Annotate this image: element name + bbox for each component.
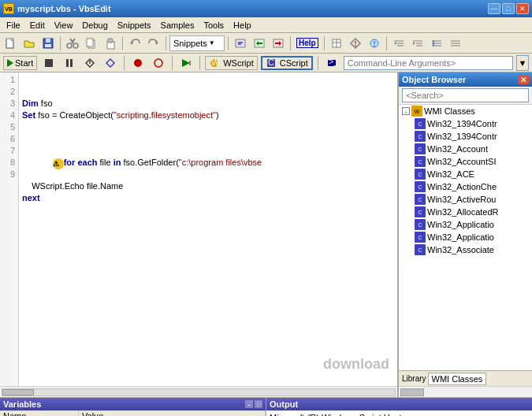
open-button[interactable]	[20, 35, 38, 52]
code-editor[interactable]: Dim fso Set fso = CreateObject("scriptin…	[19, 72, 397, 386]
step-into-button[interactable]	[81, 54, 99, 72]
breakpoint-button[interactable]	[129, 54, 147, 72]
var-header: Name Value	[0, 410, 266, 416]
snippets-arrow: ▼	[209, 39, 215, 46]
tb-btn5[interactable]	[232, 35, 249, 52]
svg-marker-38	[413, 42, 415, 45]
ob-hscroll-thumb[interactable]	[400, 388, 424, 396]
tree-item-2[interactable]: C Win32_Account	[399, 143, 532, 155]
outdent-button[interactable]	[409, 35, 426, 52]
new-button[interactable]	[2, 35, 19, 52]
item-label-1: Win32_1394Contr	[427, 132, 497, 141]
run-bar: Start W WScript C CScript >_ ▼	[0, 54, 532, 72]
menu-item-tools[interactable]: Tools	[199, 19, 229, 32]
code-line-7: ⚠for each file in fso.GetFolder("c:\prog…	[22, 145, 394, 180]
cmd-icon-button[interactable]: >_	[323, 54, 340, 72]
copy-button[interactable]	[83, 35, 100, 52]
tree-item-9[interactable]: C Win32_Applicatio	[399, 231, 532, 243]
var-col-value-header: Value	[79, 410, 266, 416]
item-label-3: Win32_AccountSI	[427, 157, 496, 166]
run-cursor-button[interactable]	[177, 54, 195, 72]
tree-item-7[interactable]: C Win32_AllocatedR	[399, 206, 532, 218]
tree-item-5[interactable]: C Win32_ActionChe	[399, 180, 532, 193]
indent-button[interactable]	[390, 35, 407, 52]
svg-marker-51	[106, 59, 114, 67]
tree-item-1[interactable]: C Win32_1394Contr	[399, 130, 532, 143]
code-line-2	[22, 86, 394, 98]
class-icon-8: C	[415, 219, 426, 230]
menu-item-file[interactable]: File	[2, 19, 25, 32]
ob-close-button[interactable]: ✕	[518, 75, 529, 84]
tb-btn6[interactable]	[251, 35, 268, 52]
title-bar-left: VB myscript.vbs - VbsEdit	[3, 3, 111, 14]
save-button[interactable]	[39, 35, 57, 52]
code-line-6	[22, 133, 394, 145]
tree-item-4[interactable]: C Win32_ACE	[399, 168, 532, 180]
uncomment-button[interactable]	[447, 35, 464, 52]
output-title-label: Output	[270, 399, 298, 409]
undo-button[interactable]	[126, 35, 143, 52]
svg-text:>_: >_	[329, 58, 337, 66]
comment-button[interactable]	[428, 35, 445, 52]
tree-item-3[interactable]: C Win32_AccountSI	[399, 155, 532, 168]
tree-item-8[interactable]: C Win32_Applicatio	[399, 218, 532, 231]
watermark: download	[323, 358, 389, 370]
paste-button[interactable]	[102, 35, 119, 52]
output-content[interactable]: Microsoft (R) Windows Script Host Copyri…	[266, 410, 532, 416]
tb-btn7[interactable]	[270, 35, 287, 52]
menu-item-samples[interactable]: Samples	[156, 19, 199, 32]
stop-button[interactable]	[40, 54, 58, 72]
clear-bp-button[interactable]	[150, 54, 167, 72]
minimize-button[interactable]: —	[488, 3, 500, 14]
ob-search-input[interactable]	[402, 88, 529, 102]
ob-tree[interactable]: - W WMI Classes C Win32_1394Contr C Win3…	[399, 105, 532, 370]
variables-minimize[interactable]: -	[245, 400, 253, 408]
tb-btn8[interactable]	[328, 35, 345, 52]
code-line-5	[22, 121, 394, 133]
svg-rect-3	[46, 39, 50, 43]
window-controls: — □ ✕	[488, 3, 529, 14]
h-scroll-track[interactable]	[2, 388, 396, 396]
title-bar: VB myscript.vbs - VbsEdit — □ ✕	[0, 0, 532, 17]
tree-item-0[interactable]: C Win32_1394Contr	[399, 117, 532, 130]
svg-text:W: W	[211, 58, 220, 67]
code-line-8: WScript.Echo file.Name	[22, 180, 394, 192]
snippets-dropdown[interactable]: Snippets ▼	[169, 35, 225, 51]
object-browser: Object Browser ✕ - W WMI Classes C Win32…	[398, 72, 532, 397]
menu-item-edit[interactable]: Edit	[25, 19, 50, 32]
item-label-5: Win32_ActionChe	[427, 182, 497, 191]
menu-item-snippets[interactable]: Snippets	[113, 19, 156, 32]
redo-button[interactable]	[145, 35, 162, 52]
menu-item-debug[interactable]: Debug	[77, 19, 112, 32]
start-button[interactable]: Start	[3, 56, 37, 70]
svg-rect-46	[45, 59, 53, 67]
ob-hscroll[interactable]	[399, 386, 532, 397]
tree-item-6[interactable]: C Win32_ActiveRou	[399, 193, 532, 206]
run-sep3	[199, 56, 200, 70]
cscript-button[interactable]: C CScript	[261, 56, 313, 70]
tree-root[interactable]: - W WMI Classes	[399, 105, 532, 117]
help-button[interactable]: Help	[294, 35, 321, 52]
ob-library-bar: Library WMI Classes	[399, 370, 532, 386]
cmd-args-input[interactable]	[344, 56, 513, 70]
wscript-button[interactable]: W WScript	[205, 56, 258, 70]
sep6	[324, 36, 325, 50]
wmi-classes-button[interactable]: WMI Classes	[428, 373, 487, 385]
tb-btn10[interactable]	[366, 35, 383, 52]
menu-item-help[interactable]: Help	[229, 19, 256, 32]
menu-item-view[interactable]: View	[50, 19, 78, 32]
root-expander[interactable]: -	[402, 107, 410, 115]
close-button[interactable]: ✕	[516, 3, 529, 14]
pause-button[interactable]	[61, 54, 78, 72]
h-scroll-thumb[interactable]	[2, 389, 34, 396]
class-icon-10: C	[415, 244, 426, 255]
tree-item-10[interactable]: C Win32_Associate	[399, 243, 532, 256]
variables-controls: - □	[245, 400, 262, 408]
variables-maximize[interactable]: □	[255, 400, 262, 408]
tb-btn9[interactable]	[347, 35, 364, 52]
svg-point-7	[67, 43, 72, 48]
step-over-button[interactable]	[102, 54, 119, 72]
cut-button[interactable]	[64, 35, 81, 52]
maximize-button[interactable]: □	[502, 3, 515, 14]
cmd-dropdown[interactable]: ▼	[516, 55, 529, 71]
